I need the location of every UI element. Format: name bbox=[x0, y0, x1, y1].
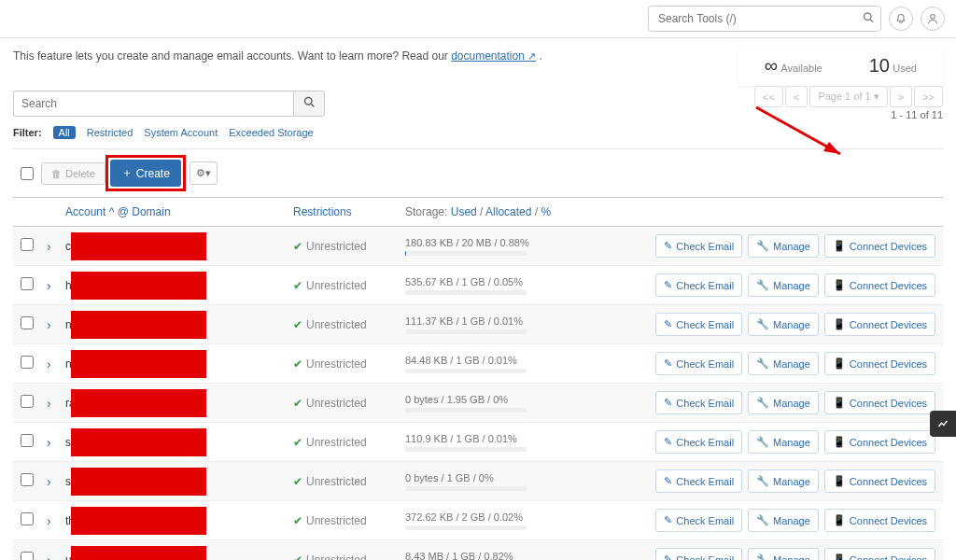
manage-button[interactable]: 🔧Manage bbox=[748, 234, 819, 258]
create-highlight-box: ＋ Create bbox=[105, 155, 186, 191]
svg-line-1 bbox=[870, 20, 873, 22]
connect-devices-button[interactable]: 📱Connect Devices bbox=[824, 352, 935, 375]
manage-button[interactable]: 🔧Manage bbox=[748, 548, 819, 560]
table-row: ›nc✔Unrestricted111.37 KB / 1 GB / 0.01%… bbox=[13, 305, 943, 344]
connect-devices-button[interactable]: 📱Connect Devices bbox=[824, 430, 935, 454]
wrench-icon: 🔧 bbox=[756, 240, 769, 252]
check-email-button[interactable]: ✎Check Email bbox=[655, 509, 742, 532]
row-checkbox[interactable] bbox=[21, 552, 34, 560]
delete-button[interactable]: 🗑 Delete bbox=[41, 162, 105, 185]
wrench-icon: 🔧 bbox=[756, 475, 769, 487]
check-icon: ✔ bbox=[293, 475, 302, 488]
floating-stats-widget[interactable] bbox=[930, 411, 956, 437]
connect-devices-button[interactable]: 📱Connect Devices bbox=[824, 469, 935, 493]
edit-icon: ✎ bbox=[664, 240, 672, 252]
manage-button[interactable]: 🔧Manage bbox=[748, 313, 819, 336]
edit-icon: ✎ bbox=[664, 553, 672, 560]
notifications-button[interactable] bbox=[889, 7, 913, 31]
connect-devices-button[interactable]: 📱Connect Devices bbox=[824, 234, 935, 258]
documentation-link[interactable]: documentation ↗ bbox=[451, 49, 536, 63]
manage-button[interactable]: 🔧Manage bbox=[748, 391, 819, 414]
connect-devices-button[interactable]: 📱Connect Devices bbox=[824, 509, 935, 532]
row-checkbox[interactable] bbox=[21, 277, 34, 290]
check-email-button[interactable]: ✎Check Email bbox=[655, 430, 742, 454]
connect-devices-button[interactable]: 📱Connect Devices bbox=[824, 273, 935, 297]
check-email-button[interactable]: ✎Check Email bbox=[655, 273, 742, 297]
manage-button[interactable]: 🔧Manage bbox=[748, 352, 819, 375]
select-all-checkbox[interactable] bbox=[21, 167, 34, 180]
connect-devices-button[interactable]: 📱Connect Devices bbox=[824, 313, 935, 336]
settings-dropdown[interactable]: ⚙▾ bbox=[190, 161, 218, 185]
table-row: ›sc✔Unrestricted110.9 KB / 1 GB / 0.01%✎… bbox=[13, 423, 943, 462]
row-checkbox[interactable] bbox=[21, 356, 34, 369]
check-email-button[interactable]: ✎Check Email bbox=[655, 469, 742, 493]
device-icon: 📱 bbox=[833, 475, 846, 487]
check-email-button[interactable]: ✎Check Email bbox=[655, 234, 742, 258]
expand-icon[interactable]: › bbox=[41, 513, 51, 528]
expand-icon[interactable]: › bbox=[41, 474, 51, 489]
row-checkbox[interactable] bbox=[21, 238, 34, 251]
th-account[interactable]: Account bbox=[65, 205, 105, 218]
storage-text: 84.48 KB / 1 GB / 0.01% bbox=[405, 355, 592, 366]
restriction-text: Unrestricted bbox=[306, 436, 367, 449]
expand-icon[interactable]: › bbox=[41, 239, 51, 254]
redacted-overlay bbox=[71, 232, 206, 260]
storage-text: 180.83 KB / 20 MB / 0.88% bbox=[405, 237, 592, 248]
create-button[interactable]: ＋ Create bbox=[110, 160, 181, 187]
check-icon: ✔ bbox=[293, 397, 302, 410]
th-used[interactable]: Used bbox=[451, 205, 477, 218]
connect-devices-button[interactable]: 📱Connect Devices bbox=[824, 391, 935, 414]
row-checkbox[interactable] bbox=[21, 434, 34, 447]
expand-icon[interactable]: › bbox=[41, 357, 51, 371]
search-tools-input[interactable] bbox=[648, 6, 881, 32]
expand-icon[interactable]: › bbox=[41, 396, 51, 411]
row-checkbox[interactable] bbox=[21, 512, 34, 525]
row-checkbox[interactable] bbox=[21, 316, 34, 329]
device-icon: 📱 bbox=[833, 279, 846, 291]
th-domain[interactable]: Domain bbox=[132, 205, 170, 218]
manage-button[interactable]: 🔧Manage bbox=[748, 273, 819, 297]
manage-button[interactable]: 🔧Manage bbox=[748, 469, 819, 493]
expand-icon[interactable]: › bbox=[41, 317, 51, 332]
search-button[interactable] bbox=[293, 91, 325, 117]
filter-exceeded[interactable]: Exceeded Storage bbox=[229, 127, 314, 138]
delete-label: Delete bbox=[65, 168, 95, 179]
row-checkbox[interactable] bbox=[21, 473, 34, 486]
storage-progress bbox=[405, 329, 527, 334]
manage-button[interactable]: 🔧Manage bbox=[748, 509, 819, 532]
search-tools-wrap bbox=[648, 6, 881, 32]
wrench-icon: 🔧 bbox=[756, 397, 769, 409]
connect-devices-button[interactable]: 📱Connect Devices bbox=[824, 548, 935, 560]
check-email-button[interactable]: ✎Check Email bbox=[655, 391, 742, 414]
user-menu-button[interactable] bbox=[921, 7, 945, 31]
edit-icon: ✎ bbox=[664, 397, 672, 409]
check-email-button[interactable]: ✎Check Email bbox=[655, 352, 742, 375]
filter-restricted[interactable]: Restricted bbox=[87, 127, 134, 138]
row-checkbox[interactable] bbox=[21, 395, 34, 408]
th-at[interactable]: @ bbox=[118, 205, 129, 218]
expand-icon[interactable]: › bbox=[41, 435, 51, 450]
filter-system[interactable]: System Account bbox=[144, 127, 218, 138]
used-label: Used bbox=[893, 63, 917, 74]
th-pct[interactable]: % bbox=[541, 205, 552, 218]
th-restrictions[interactable]: Restrictions bbox=[293, 205, 352, 218]
restriction-text: Unrestricted bbox=[306, 318, 367, 331]
pager-last[interactable]: >> bbox=[914, 86, 943, 107]
check-email-button[interactable]: ✎Check Email bbox=[655, 313, 742, 336]
redacted-overlay bbox=[71, 428, 206, 456]
storage-progress bbox=[405, 290, 527, 295]
expand-icon[interactable]: › bbox=[41, 553, 51, 561]
page-body: ∞ Available 10 Used This feature lets yo… bbox=[0, 38, 956, 560]
redacted-overlay bbox=[71, 311, 206, 339]
manage-button[interactable]: 🔧Manage bbox=[748, 430, 819, 454]
pager-next[interactable]: > bbox=[890, 86, 912, 107]
expand-icon[interactable]: › bbox=[41, 278, 51, 293]
th-allocated[interactable]: Allocated bbox=[485, 205, 531, 218]
external-link-icon: ↗ bbox=[527, 50, 536, 62]
search-input[interactable] bbox=[13, 91, 293, 117]
filter-all[interactable]: All bbox=[53, 126, 76, 139]
storage-text: 111.37 KB / 1 GB / 0.01% bbox=[405, 315, 592, 327]
check-email-button[interactable]: ✎Check Email bbox=[655, 548, 742, 560]
infinity-icon: ∞ bbox=[765, 55, 778, 76]
edit-icon: ✎ bbox=[664, 318, 672, 330]
